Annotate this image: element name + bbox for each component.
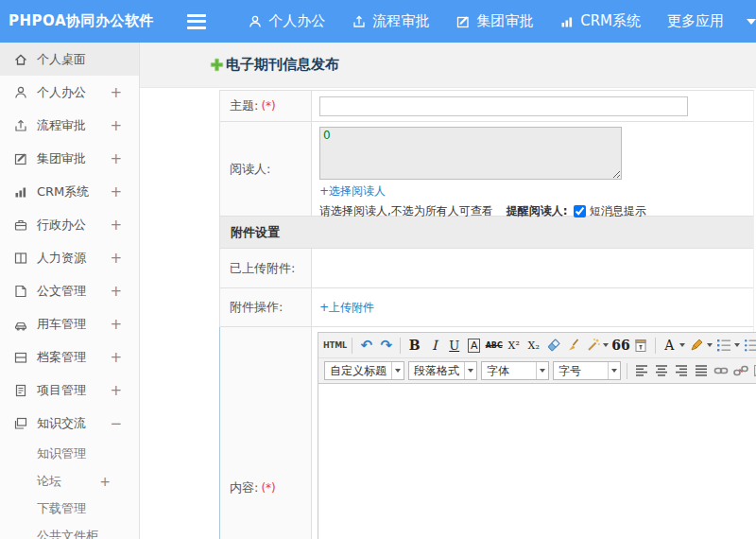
sidebar-subitem-public-cabinet[interactable]: 公共文件柜 — [0, 522, 139, 539]
underline-button[interactable]: U — [445, 336, 463, 355]
font-color-caret[interactable] — [679, 343, 685, 347]
sidebar-item-personal-desktop[interactable]: 个人桌面 — [0, 43, 139, 76]
subscript-button[interactable]: X₂ — [524, 336, 542, 355]
nav-label: 个人办公 — [268, 12, 325, 30]
sidebar-item-vehicles[interactable]: 用车管理 + — [0, 307, 139, 340]
align-left-icon[interactable] — [632, 361, 650, 380]
superscript-button[interactable]: X² — [505, 336, 523, 355]
sidebar-item-hr[interactable]: 人力资源 + — [0, 241, 139, 274]
select-caret-icon — [540, 369, 545, 373]
ordered-list-caret[interactable] — [734, 343, 740, 347]
sidebar-item-crm[interactable]: CRM系统 + — [0, 175, 139, 208]
font-color-button[interactable]: A — [661, 336, 679, 355]
align-center-icon[interactable] — [652, 361, 670, 380]
expand-toggle[interactable]: + — [110, 316, 122, 333]
sidebar-subitem-label: 下载管理 — [37, 500, 86, 517]
expand-toggle[interactable]: + — [110, 283, 122, 300]
home-icon — [13, 52, 28, 67]
sidebar-subitem-downloads[interactable]: 下载管理 — [0, 495, 139, 522]
italic-button[interactable]: I — [425, 336, 443, 355]
align-justify-icon[interactable] — [692, 361, 710, 380]
sidebar-item-label: 知识交流 — [37, 415, 86, 432]
magic-wand-icon[interactable] — [584, 336, 602, 355]
highlighter-caret[interactable] — [707, 343, 713, 347]
archive-icon — [13, 350, 28, 365]
sms-checkbox[interactable] — [574, 205, 586, 217]
expand-toggle[interactable]: + — [99, 474, 111, 489]
nav-crm-system[interactable]: CRM系统 — [559, 12, 641, 30]
operations-label: 附件操作: — [220, 288, 312, 326]
unlink-icon[interactable] — [731, 361, 749, 380]
sidebar-item-documents[interactable]: 公文管理 + — [0, 274, 139, 307]
readers-hint: 请选择阅读人,不选为所有人可查看 — [319, 203, 493, 219]
eraser-icon[interactable] — [544, 336, 562, 355]
ordered-list-icon[interactable] — [715, 336, 733, 355]
editor-content-area[interactable] — [318, 384, 756, 539]
bold-button[interactable]: B — [405, 336, 423, 355]
book-icon — [13, 251, 28, 266]
expand-toggle[interactable]: + — [110, 183, 122, 200]
insert-image-icon[interactable] — [751, 361, 756, 380]
undo-icon[interactable]: ↶ — [357, 336, 375, 355]
expand-toggle[interactable]: + — [110, 117, 122, 134]
upload-attachment-link[interactable]: +上传附件 — [319, 300, 374, 316]
sidebar-item-admin-office[interactable]: 行政办公 + — [0, 208, 139, 241]
readers-textarea[interactable]: 0 — [319, 127, 622, 180]
strikethrough-button[interactable]: ABC — [485, 336, 503, 355]
sidebar-item-projects[interactable]: 项目管理 + — [0, 374, 139, 407]
sidebar-subitem-label: 知识管理 — [37, 445, 86, 462]
redo-icon[interactable]: ↷ — [377, 336, 395, 355]
sidebar-item-knowledge[interactable]: 知识交流 − — [0, 407, 139, 440]
main-content: 电子期刊信息发布 主题: (*) 阅读人: 0 +选择阅读人 请选择阅读人,不选… — [140, 43, 756, 539]
font-style-button[interactable]: A — [468, 339, 481, 353]
sidebar-item-workflow-approval[interactable]: 流程审批 + — [0, 109, 139, 142]
nav-label: 更多应用 — [667, 12, 724, 30]
font-size-select[interactable]: 字号 — [553, 361, 621, 380]
content-row: 内容: (*) HTML ↶ ↷ B I U A — [220, 327, 753, 539]
sidebar-subitem-forum[interactable]: 论坛 + — [0, 467, 139, 495]
nav-workflow-approval[interactable]: 流程审批 — [352, 12, 429, 30]
select-readers-link[interactable]: +选择阅读人 — [319, 183, 386, 200]
sidebar-item-label: 个人办公 — [37, 84, 86, 101]
expand-toggle[interactable]: + — [110, 150, 122, 167]
hamburger-menu-icon[interactable] — [187, 14, 206, 29]
wand-dropdown-caret[interactable] — [603, 343, 609, 347]
paste-plain-icon[interactable] — [632, 336, 650, 355]
readers-label: 阅读人: — [220, 122, 312, 216]
expand-toggle[interactable]: + — [110, 349, 122, 366]
format-brush-icon[interactable] — [564, 336, 582, 355]
layers-icon — [13, 416, 28, 431]
nav-more-apps[interactable]: 更多应用 — [667, 12, 724, 30]
nav-group-approval[interactable]: 集团审批 — [455, 12, 533, 30]
editor-toolbar-row2: 自定义标题 段落格式 字体 字号 — [318, 358, 756, 384]
font-family-select[interactable]: 字体 — [481, 361, 549, 380]
editor-toolbar-row1: HTML ↶ ↷ B I U A ABC X² X₂ — [318, 333, 756, 358]
unordered-list-icon[interactable] — [743, 336, 756, 355]
expand-toggle[interactable]: + — [110, 217, 122, 234]
align-right-icon[interactable] — [672, 361, 690, 380]
sidebar-item-label: 行政办公 — [37, 217, 86, 234]
paragraph-format-select[interactable]: 段落格式 — [408, 361, 477, 380]
select-caret-icon — [611, 369, 617, 373]
html-source-button[interactable]: HTML — [323, 336, 347, 355]
sidebar-item-label: 项目管理 — [37, 382, 86, 399]
expand-toggle[interactable]: + — [110, 250, 122, 267]
toolbar-separator — [627, 363, 627, 379]
sidebar-item-personal-office[interactable]: 个人办公 + — [0, 76, 139, 109]
readers-row: 阅读人: 0 +选择阅读人 请选择阅读人,不选为所有人可查看 提醒阅读人: 短消… — [220, 122, 753, 217]
add-plus-icon — [210, 58, 224, 72]
heading-select[interactable]: 自定义标题 — [324, 361, 404, 380]
link-icon[interactable] — [712, 361, 730, 380]
nav-personal-office[interactable]: 个人办公 — [248, 12, 325, 30]
sidebar-item-group-approval[interactable]: 集团审批 + — [0, 142, 139, 175]
app-logo: PHPOA协同办公软件 — [0, 12, 176, 30]
sidebar-item-archives[interactable]: 档案管理 + — [0, 340, 139, 374]
blockquote-button[interactable]: 66 — [611, 336, 629, 355]
expand-toggle[interactable]: + — [110, 84, 122, 101]
subject-input[interactable] — [319, 96, 688, 116]
highlighter-icon[interactable] — [688, 336, 706, 355]
sidebar-subitem-knowledge-mgmt[interactable]: 知识管理 — [0, 440, 139, 467]
expand-toggle[interactable]: + — [110, 382, 122, 399]
collapse-toggle[interactable]: − — [110, 415, 122, 432]
caret-down-icon[interactable] — [747, 19, 756, 25]
